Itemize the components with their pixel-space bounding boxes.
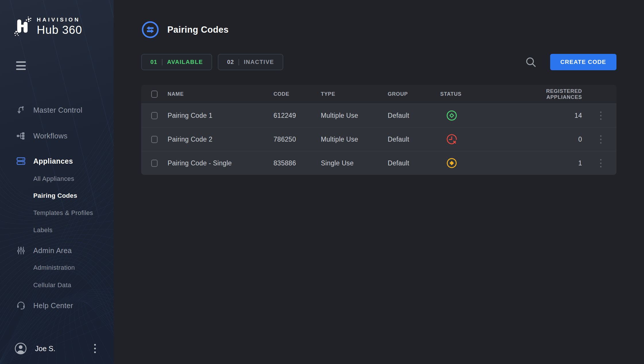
- pairing-code-type: Single Use: [321, 159, 388, 167]
- table-row[interactable]: Pairing Code 2 786250 Multiple Use Defau…: [141, 127, 616, 151]
- row-checkbox[interactable]: [151, 112, 158, 119]
- page-header: Pairing Codes: [141, 21, 616, 39]
- sidebar-item-workflows[interactable]: Workflows: [0, 126, 114, 146]
- row-actions-menu-button[interactable]: [598, 158, 604, 169]
- row-checkbox[interactable]: [151, 136, 158, 143]
- row-actions-menu-button[interactable]: [598, 134, 604, 145]
- workflow-icon: [15, 131, 26, 140]
- pairing-code-name: Pairing Code 2: [168, 136, 273, 143]
- registered-appliances-count: 1: [512, 159, 585, 167]
- select-all-checkbox[interactable]: [151, 91, 158, 98]
- sliders-icon: [15, 246, 26, 255]
- registered-appliances-count: 14: [512, 112, 585, 120]
- kebab-icon: [600, 159, 602, 161]
- avatar: [14, 342, 27, 355]
- column-header-name[interactable]: NAME: [168, 91, 273, 97]
- column-header-registered-appliances[interactable]: REGISTERED APPLIANCES: [512, 88, 585, 100]
- chip-divider: [162, 59, 162, 65]
- row-checkbox[interactable]: [151, 160, 158, 167]
- column-header-group[interactable]: GROUP: [388, 91, 440, 97]
- status-single-use-icon: [446, 157, 457, 169]
- pairing-code-value: 786250: [273, 136, 321, 143]
- brand-name: HAIVISION: [37, 17, 82, 23]
- pairing-code-type: Multiple Use: [321, 136, 388, 143]
- status-expired-icon: [446, 134, 457, 145]
- servers-icon: [15, 156, 26, 166]
- brand-product: Hub 360: [37, 24, 82, 36]
- pairing-code-value: 835886: [273, 159, 321, 167]
- filter-available[interactable]: 01 AVAILABLE: [141, 54, 212, 70]
- column-header-type[interactable]: TYPE: [321, 91, 388, 97]
- table-body: Pairing Code 1 612249 Multiple Use Defau…: [141, 103, 616, 175]
- sidebar-item-labels[interactable]: Labels: [0, 224, 114, 236]
- pairing-code-name: Pairing Code - Single: [168, 159, 273, 167]
- sidebar-item-admin-area[interactable]: Admin Area: [0, 241, 114, 260]
- pairing-code-group: Default: [388, 136, 440, 143]
- search-icon: [525, 56, 537, 68]
- sidebar: HAIVISION Hub 360 Master Control: [0, 0, 114, 364]
- pairing-codes-table: NAME CODE TYPE GROUP STATUS REGISTERED A…: [141, 85, 616, 175]
- user-account-row[interactable]: Joe S.: [0, 340, 114, 357]
- pairing-code-type: Multiple Use: [321, 112, 388, 120]
- kebab-icon: [600, 135, 602, 137]
- table-header-row: NAME CODE TYPE GROUP STATUS REGISTERED A…: [141, 85, 616, 103]
- column-header-code[interactable]: CODE: [273, 91, 321, 97]
- app-window: HAIVISION Hub 360 Master Control: [0, 0, 644, 364]
- sidebar-item-administration[interactable]: Administration: [0, 262, 114, 273]
- sidebar-item-templates-profiles[interactable]: Templates & Profiles: [0, 207, 114, 219]
- sidebar-item-appliances[interactable]: Appliances: [0, 151, 114, 171]
- kebab-icon: [600, 111, 602, 113]
- create-code-button[interactable]: CREATE CODE: [550, 54, 616, 70]
- search-button[interactable]: [525, 56, 537, 68]
- pairing-codes-icon: [141, 21, 159, 39]
- filter-inactive[interactable]: 02 INACTIVE: [218, 54, 283, 70]
- sidebar-item-master-control[interactable]: Master Control: [0, 100, 114, 120]
- pairing-code-group: Default: [388, 112, 440, 120]
- pairing-code-group: Default: [388, 159, 440, 167]
- haivision-logo-icon: [14, 16, 32, 37]
- headset-icon: [15, 301, 26, 310]
- pairing-code-value: 612249: [273, 112, 321, 120]
- user-menu-button[interactable]: [92, 343, 98, 354]
- chip-divider: [238, 59, 239, 65]
- hamburger-icon: [16, 61, 26, 63]
- route-icon: [15, 105, 26, 115]
- sidebar-item-help-center[interactable]: Help Center: [0, 296, 114, 315]
- toolbar: 01 AVAILABLE 02 INACTIVE CREATE C: [141, 54, 616, 70]
- status-filter-chips: 01 AVAILABLE 02 INACTIVE: [141, 54, 283, 70]
- registered-appliances-count: 0: [512, 136, 585, 143]
- brand-logo[interactable]: HAIVISION Hub 360: [14, 16, 82, 37]
- sidebar-item-cellular-data[interactable]: Cellular Data: [0, 279, 114, 291]
- page-title: Pairing Codes: [167, 25, 229, 35]
- main-content: Pairing Codes 01 AVAILABLE 02 INACTIVE: [114, 0, 644, 364]
- table-row[interactable]: Pairing Code 1 612249 Multiple Use Defau…: [141, 103, 616, 127]
- table-row[interactable]: Pairing Code - Single 835886 Single Use …: [141, 151, 616, 175]
- row-actions-menu-button[interactable]: [598, 110, 604, 121]
- sidebar-item-all-appliances[interactable]: All Appliances: [0, 173, 114, 185]
- sidebar-item-pairing-codes[interactable]: Pairing Codes: [0, 190, 114, 201]
- pairing-code-name: Pairing Code 1: [168, 112, 273, 120]
- user-name: Joe S.: [35, 345, 92, 353]
- menu-toggle-button[interactable]: [16, 61, 26, 70]
- column-header-status[interactable]: STATUS: [440, 91, 512, 97]
- sidebar-nav: Master Control: [0, 100, 114, 315]
- status-available-icon: [446, 110, 457, 121]
- kebab-icon: [94, 344, 96, 346]
- toolbar-actions: CREATE CODE: [525, 54, 616, 70]
